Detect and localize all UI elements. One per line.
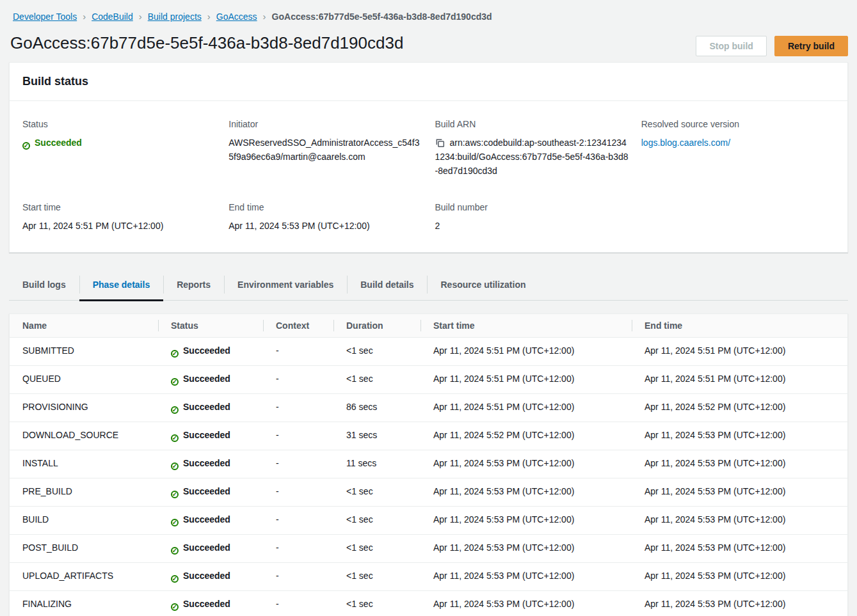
success-check-icon: ✓ bbox=[171, 575, 179, 583]
cell-status-text: Succeeded bbox=[183, 458, 230, 468]
build-status-fields: Status ✓Succeeded Initiator AWSReservedS… bbox=[10, 101, 847, 252]
header-actions: Stop build Retry build bbox=[696, 36, 848, 56]
table-header-row: Name Status Context Duration Start time … bbox=[10, 314, 847, 338]
retry-build-button[interactable]: Retry build bbox=[774, 36, 848, 56]
cell-start-time: Apr 11, 2024 5:53 PM (UTC+12:00) bbox=[420, 450, 632, 478]
phase-details-table: Name Status Context Duration Start time … bbox=[9, 313, 848, 616]
resolved-source-link[interactable]: logs.blog.caarels.com/ bbox=[641, 138, 730, 148]
cell-end-time: Apr 11, 2024 5:52 PM (UTC+12:00) bbox=[632, 394, 847, 422]
cell-context: - bbox=[263, 338, 333, 365]
build-status-card-header: Build status bbox=[10, 63, 847, 101]
cell-name: DOWNLOAD_SOURCE bbox=[10, 422, 158, 450]
success-check-icon: ✓ bbox=[171, 406, 179, 414]
tab-build-details[interactable]: Build details bbox=[347, 271, 427, 300]
column-header-name: Name bbox=[10, 314, 158, 337]
tab-bar: Build logs Phase details Reports Environ… bbox=[9, 271, 848, 301]
cell-status-text: Succeeded bbox=[183, 542, 230, 553]
table-row: PROVISIONING ✓Succeeded - 86 secs Apr 11… bbox=[10, 393, 847, 422]
tab-build-logs[interactable]: Build logs bbox=[9, 271, 79, 300]
cell-start-time: Apr 11, 2024 5:53 PM (UTC+12:00) bbox=[420, 507, 632, 534]
empty-cell bbox=[641, 201, 835, 233]
table-row: POST_BUILD ✓Succeeded - <1 sec Apr 11, 2… bbox=[10, 534, 847, 562]
cell-start-time: Apr 11, 2024 5:53 PM (UTC+12:00) bbox=[420, 478, 632, 506]
cell-status: ✓Succeeded bbox=[158, 422, 263, 450]
success-check-icon: ✓ bbox=[171, 547, 179, 555]
cell-end-time: Apr 11, 2024 5:53 PM (UTC+12:00) bbox=[632, 535, 847, 562]
column-header-duration: Duration bbox=[333, 314, 420, 337]
column-header-end-time: End time bbox=[632, 314, 847, 337]
cell-status-text: Succeeded bbox=[183, 571, 230, 581]
breadcrumb-separator-icon: › bbox=[207, 11, 211, 22]
stop-build-button[interactable]: Stop build bbox=[696, 36, 766, 56]
build-arn-field: Build ARN arn:aws:codebuild:ap-southeast… bbox=[435, 118, 629, 178]
build-number-label: Build number bbox=[435, 201, 629, 214]
tab-resource-utilization[interactable]: Resource utilization bbox=[427, 271, 539, 300]
table-row: BUILD ✓Succeeded - <1 sec Apr 11, 2024 5… bbox=[10, 506, 847, 534]
status-label: Status bbox=[22, 118, 216, 130]
table-row: DOWNLOAD_SOURCE ✓Succeeded - 31 secs Apr… bbox=[10, 422, 847, 450]
cell-start-time: Apr 11, 2024 5:53 PM (UTC+12:00) bbox=[420, 591, 632, 616]
end-time-label: End time bbox=[228, 201, 422, 214]
cell-end-time: Apr 11, 2024 5:53 PM (UTC+12:00) bbox=[632, 591, 847, 616]
breadcrumb-link-developer-tools[interactable]: Developer Tools bbox=[13, 12, 77, 22]
cell-name: FINALIZING bbox=[10, 591, 158, 616]
cell-name: PRE_BUILD bbox=[10, 478, 158, 506]
cell-end-time: Apr 11, 2024 5:53 PM (UTC+12:00) bbox=[632, 563, 847, 590]
cell-status-text: Succeeded bbox=[183, 486, 230, 496]
success-check-icon: ✓ bbox=[171, 491, 179, 498]
copy-icon[interactable] bbox=[435, 138, 445, 148]
cell-context: - bbox=[263, 366, 333, 393]
cell-start-time: Apr 11, 2024 5:51 PM (UTC+12:00) bbox=[420, 366, 632, 393]
cell-status: ✓Succeeded bbox=[158, 591, 263, 616]
breadcrumb-separator-icon: › bbox=[139, 11, 142, 22]
tab-reports[interactable]: Reports bbox=[163, 271, 224, 300]
cell-context: - bbox=[263, 507, 333, 534]
breadcrumb-link-build-projects[interactable]: Build projects bbox=[148, 12, 202, 22]
phase-table-body: SUBMITTED ✓Succeeded - <1 sec Apr 11, 20… bbox=[10, 338, 847, 616]
success-check-icon: ✓ bbox=[22, 142, 30, 150]
table-row: INSTALL ✓Succeeded - 11 secs Apr 11, 202… bbox=[10, 450, 847, 478]
breadcrumb-link-codebuild[interactable]: CodeBuild bbox=[92, 12, 133, 22]
cell-duration: 31 secs bbox=[333, 422, 420, 450]
success-check-icon: ✓ bbox=[171, 519, 179, 526]
page-title: GoAccess:67b77d5e-5e5f-436a-b3d8-8ed7d19… bbox=[10, 33, 403, 53]
cell-name: POST_BUILD bbox=[10, 535, 158, 562]
cell-context: - bbox=[263, 535, 333, 562]
cell-start-time: Apr 11, 2024 5:53 PM (UTC+12:00) bbox=[420, 563, 632, 590]
page-header: GoAccess:67b77d5e-5e5f-436a-b3d8-8ed7d19… bbox=[0, 23, 857, 62]
resolved-source-label: Resolved source version bbox=[641, 118, 835, 130]
success-check-icon: ✓ bbox=[171, 350, 179, 358]
start-time-value: Apr 11, 2024 5:51 PM (UTC+12:00) bbox=[22, 219, 216, 233]
cell-context: - bbox=[263, 478, 333, 506]
initiator-label: Initiator bbox=[228, 118, 422, 130]
cell-status: ✓Succeeded bbox=[158, 338, 263, 365]
cell-name: PROVISIONING bbox=[10, 394, 158, 422]
cell-context: - bbox=[263, 394, 333, 422]
breadcrumb-separator-icon: › bbox=[263, 11, 266, 22]
cell-status: ✓Succeeded bbox=[158, 563, 263, 590]
cell-status-text: Succeeded bbox=[183, 430, 230, 440]
build-number-value: 2 bbox=[435, 219, 629, 233]
tab-phase-details[interactable]: Phase details bbox=[79, 271, 164, 300]
start-time-field: Start time Apr 11, 2024 5:51 PM (UTC+12:… bbox=[22, 201, 216, 233]
cell-context: - bbox=[263, 591, 333, 616]
cell-start-time: Apr 11, 2024 5:51 PM (UTC+12:00) bbox=[420, 338, 632, 365]
cell-duration: <1 sec bbox=[333, 366, 420, 393]
cell-context: - bbox=[263, 563, 333, 590]
status-value-text: Succeeded bbox=[35, 138, 82, 148]
breadcrumb-link-goaccess[interactable]: GoAccess bbox=[216, 12, 257, 22]
cell-status: ✓Succeeded bbox=[158, 366, 263, 393]
cell-status-text: Succeeded bbox=[183, 599, 230, 609]
cell-start-time: Apr 11, 2024 5:52 PM (UTC+12:00) bbox=[420, 422, 632, 450]
cell-status: ✓Succeeded bbox=[158, 394, 263, 422]
build-status-title: Build status bbox=[22, 75, 835, 88]
tab-environment-variables[interactable]: Environment variables bbox=[224, 271, 347, 300]
build-arn-label: Build ARN bbox=[435, 118, 629, 130]
breadcrumb-current: GoAccess:67b77d5e-5e5f-436a-b3d8-8ed7d19… bbox=[272, 12, 492, 22]
cell-status-text: Succeeded bbox=[183, 345, 230, 356]
cell-status: ✓Succeeded bbox=[158, 450, 263, 478]
table-row: PRE_BUILD ✓Succeeded - <1 sec Apr 11, 20… bbox=[10, 478, 847, 506]
cell-status: ✓Succeeded bbox=[158, 478, 263, 506]
cell-name: INSTALL bbox=[10, 450, 158, 478]
initiator-value: AWSReservedSSO_AdministratorAccess_c54f3… bbox=[228, 136, 422, 164]
